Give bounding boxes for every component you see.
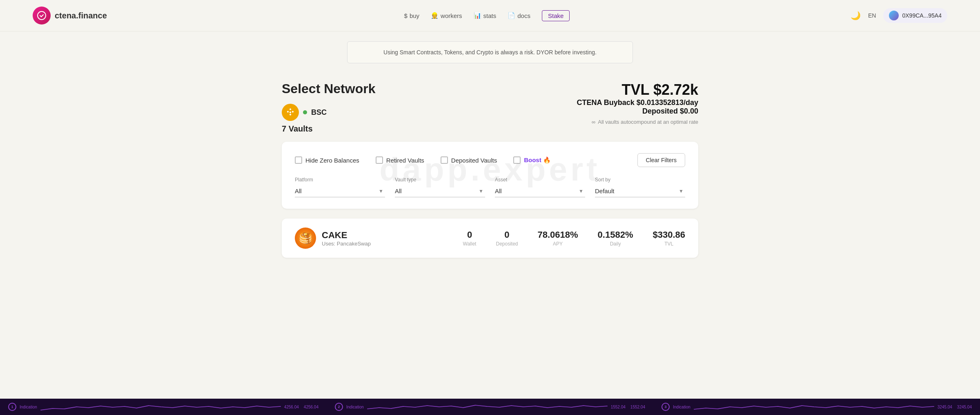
hide-zero-checkbox[interactable] xyxy=(295,156,302,164)
logo-icon xyxy=(33,7,51,25)
network-section: Select Network BSC xyxy=(282,81,375,134)
retired-label: Retired Vaults xyxy=(386,157,424,164)
sort-dropdown-wrapper: Default ▼ xyxy=(595,185,685,197)
deposited-checkbox[interactable] xyxy=(441,156,448,164)
indicator-1-values: 4256.04 4256.04 xyxy=(284,405,318,409)
top-row: Select Network BSC xyxy=(282,81,698,134)
vault-card-cake: 🥞 CAKE Uses: PancakeSwap 0 Wallet 0 Depo… xyxy=(282,219,698,258)
vault-tvl-value: $330.86 xyxy=(653,230,685,240)
vaults-count: 7 Vaults xyxy=(282,124,375,134)
filters-top: Hide Zero Balances Retired Vaults Deposi… xyxy=(295,153,685,167)
daily-label: Daily xyxy=(598,241,633,247)
indicator-3-badge: 3 xyxy=(662,403,670,411)
svg-point-0 xyxy=(38,11,46,20)
indicator-1: 1 Indication 4256.04 4256.04 xyxy=(0,403,327,411)
deposited-stat-label: Deposited xyxy=(496,241,518,247)
checkbox-retired[interactable]: Retired Vaults xyxy=(376,156,424,164)
daily-stat: 0.1582% Daily xyxy=(598,230,633,247)
nav-links: $ buy 👷 workers 📊 stats 📄 docs Stake xyxy=(136,10,837,21)
wallet-stat: 0 Wallet xyxy=(463,230,477,247)
deposited-display: Deposited $0.00 xyxy=(577,107,698,116)
logo-text: ctena.finance xyxy=(55,11,107,20)
indicator-1-badge: 1 xyxy=(8,403,16,411)
main-content: dapp.expert Select Network xyxy=(265,73,715,274)
bsc-network-icon xyxy=(282,104,299,121)
indicator-2-chart xyxy=(367,403,608,411)
indicator-3-values: 3245.04 3245.04 xyxy=(938,405,972,409)
workers-icon: 👷 xyxy=(431,12,439,19)
nav-buy[interactable]: $ buy xyxy=(404,12,420,19)
logo-area[interactable]: ctena.finance xyxy=(33,7,107,25)
checkbox-deposited[interactable]: Deposited Vaults xyxy=(441,156,497,164)
vault-uses: Uses: PancakeSwap xyxy=(322,241,371,247)
header: ctena.finance $ buy 👷 workers 📊 stats 📄 … xyxy=(0,0,980,31)
checkbox-boost[interactable]: Boost 🔥 xyxy=(513,156,551,164)
daily-value: 0.1582% xyxy=(598,230,633,240)
nav-docs[interactable]: 📄 docs xyxy=(508,12,530,19)
sort-select[interactable]: Default xyxy=(595,185,685,197)
bottom-indicators: 1 Indication 4256.04 4256.04 2 Indicatio… xyxy=(0,399,980,415)
asset-select[interactable]: All xyxy=(495,185,585,197)
nav-stake[interactable]: Stake xyxy=(542,10,570,21)
vault-token-name: CAKE xyxy=(322,230,371,241)
vault-token-info: CAKE Uses: PancakeSwap xyxy=(322,230,371,247)
sort-label: Sort by xyxy=(595,177,685,183)
network-selector[interactable]: BSC xyxy=(282,104,375,121)
boost-checkbox[interactable] xyxy=(513,156,521,164)
tvl-stat: $330.86 TVL xyxy=(653,230,685,247)
platform-dropdown-group: Platform All ▼ xyxy=(295,177,385,197)
indicator-3: 3 Indication 3245.04 3245.04 xyxy=(653,403,980,411)
theme-toggle-icon[interactable]: 🌙 xyxy=(851,11,861,20)
retired-checkbox[interactable] xyxy=(376,156,383,164)
autocompound-note: ∞ All vaults autocompound at an optimal … xyxy=(577,119,698,125)
checkboxes-row: Hide Zero Balances Retired Vaults Deposi… xyxy=(295,156,551,164)
vault-type-label: Vault type xyxy=(395,177,485,183)
wallet-label: Wallet xyxy=(463,241,477,247)
platform-dropdown-wrapper: All ▼ xyxy=(295,185,385,197)
apy-value: 78.0618% xyxy=(538,230,578,240)
vault-type-select[interactable]: All xyxy=(395,185,485,197)
dollar-icon: $ xyxy=(404,12,408,19)
nav-workers[interactable]: 👷 workers xyxy=(431,12,462,19)
network-name: BSC xyxy=(311,108,327,117)
asset-dropdown-group: Asset All ▼ xyxy=(495,177,585,197)
indicator-2: 2 Indication 1552.04 1552.04 xyxy=(327,403,653,411)
platform-select[interactable]: All xyxy=(295,185,385,197)
deposited-value: 0 xyxy=(496,230,518,240)
language-selector[interactable]: EN xyxy=(868,12,876,19)
vault-token-area: 🥞 CAKE Uses: PancakeSwap xyxy=(295,228,376,249)
asset-label: Asset xyxy=(495,177,585,183)
asset-dropdown-wrapper: All ▼ xyxy=(495,185,585,197)
warning-banner: Using Smart Contracts, Tokens, and Crypt… xyxy=(347,41,633,63)
indicator-1-label: Indication xyxy=(20,405,37,409)
apy-label: APY xyxy=(538,241,578,247)
wallet-avatar xyxy=(889,11,899,20)
vault-type-dropdown-wrapper: All ▼ xyxy=(395,185,485,197)
filters-card: Hide Zero Balances Retired Vaults Deposi… xyxy=(282,142,698,209)
hide-zero-label: Hide Zero Balances xyxy=(305,157,359,164)
indicator-1-chart xyxy=(40,403,281,411)
nav-stats[interactable]: 📊 stats xyxy=(474,12,497,19)
indicator-3-label: Indication xyxy=(673,405,690,409)
wallet-value: 0 xyxy=(463,230,477,240)
wallet-address: 0X99CA...95A4 xyxy=(902,12,942,19)
checkbox-hide-zero[interactable]: Hide Zero Balances xyxy=(295,156,359,164)
vault-stats: 0 Wallet 0 Deposited 78.0618% APY 0.1582… xyxy=(390,230,685,247)
clear-filters-button[interactable]: Clear Filters xyxy=(637,153,685,167)
indicator-3-chart xyxy=(694,403,934,411)
deposited-label: Deposited Vaults xyxy=(451,157,497,164)
indicator-2-values: 1552.04 1552.04 xyxy=(611,405,645,409)
select-network-title: Select Network xyxy=(282,81,375,96)
indicator-2-badge: 2 xyxy=(335,403,343,411)
tvl-display: TVL $2.72k xyxy=(577,81,698,98)
indicator-2-label: Indication xyxy=(346,405,364,409)
deposited-stat: 0 Deposited xyxy=(496,230,518,247)
network-status-dot xyxy=(303,110,307,114)
wallet-button[interactable]: 0X99CA...95A4 xyxy=(883,8,947,23)
dropdowns-row: Platform All ▼ Vault type All ▼ xyxy=(295,177,685,197)
sort-dropdown-group: Sort by Default ▼ xyxy=(595,177,685,197)
header-right: 🌙 EN 0X99CA...95A4 xyxy=(851,8,947,23)
platform-label: Platform xyxy=(295,177,385,183)
apy-stat: 78.0618% APY xyxy=(538,230,578,247)
stats-icon: 📊 xyxy=(474,12,481,19)
